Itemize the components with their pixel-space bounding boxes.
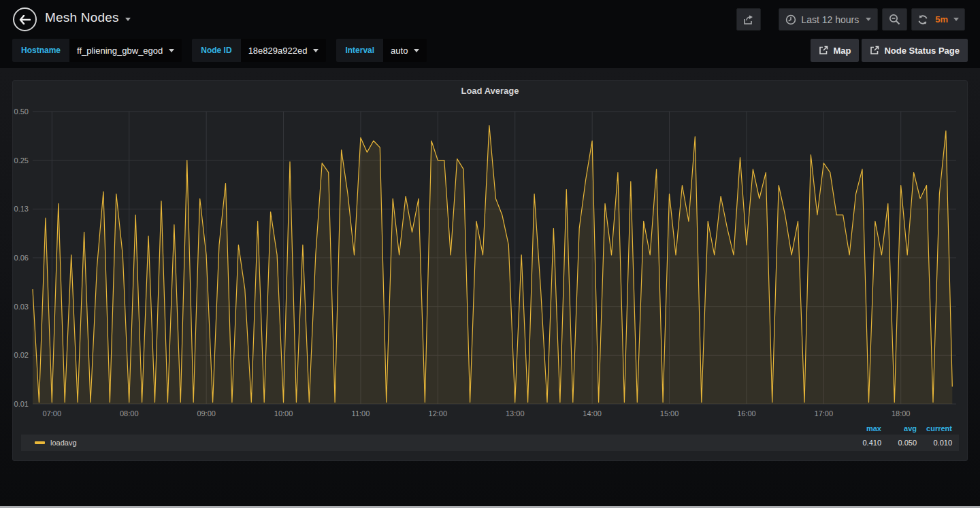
y-tick-label: 0.01 xyxy=(14,400,29,408)
x-tick-label: 11:00 xyxy=(352,409,370,418)
x-tick-label: 17:00 xyxy=(815,409,834,418)
chevron-down-icon xyxy=(953,18,959,21)
node-status-link-button[interactable]: Node Status Page xyxy=(862,39,968,62)
interval-label: Interval xyxy=(336,39,383,62)
time-range-label: Last 12 hours xyxy=(801,14,859,25)
zoom-out-button[interactable] xyxy=(882,8,907,31)
legend-header-avg: avg xyxy=(881,424,917,433)
legend-value-current: 0.010 xyxy=(917,439,952,447)
loadavg-chart[interactable]: 07:0008:0009:0010:0011:0012:0013:0014:00… xyxy=(13,101,967,421)
time-range-picker[interactable]: Last 12 hours xyxy=(779,8,878,31)
external-link-icon xyxy=(870,46,879,55)
chevron-down-icon xyxy=(866,18,871,21)
x-tick-label: 14:00 xyxy=(583,409,602,418)
back-button[interactable] xyxy=(13,7,37,31)
chevron-down-icon xyxy=(313,49,318,52)
chart-legend: max avg current loadavg 0.410 0.050 0.01… xyxy=(21,422,959,451)
dashboard-title: Mesh Nodes xyxy=(45,10,119,25)
legend-header-max: max xyxy=(846,424,881,433)
x-tick-label: 09:00 xyxy=(197,409,216,418)
zoom-out-icon xyxy=(889,14,900,25)
y-tick-label: 0.03 xyxy=(14,303,29,311)
chevron-down-icon xyxy=(125,18,131,21)
hostname-value: ff_pliening_gbw_egod xyxy=(77,46,163,56)
legend-header-current: current xyxy=(917,424,952,433)
map-link-button[interactable]: Map xyxy=(811,39,859,62)
submenu-bar: Hostname ff_pliening_gbw_egod Node ID 18… xyxy=(0,35,980,68)
legend-series-loadavg[interactable]: loadavg xyxy=(35,439,77,447)
refresh-interval-dropdown[interactable]: 5m xyxy=(934,9,964,30)
dashboard-links: Map Node Status Page xyxy=(811,39,968,62)
y-tick-label: 0.02 xyxy=(14,351,29,359)
legend-stat-values: 0.410 0.050 0.010 xyxy=(846,439,952,447)
map-link-label: Map xyxy=(833,46,851,56)
node-id-label: Node ID xyxy=(192,39,240,62)
x-tick-label: 08:00 xyxy=(120,409,139,418)
series-name: loadavg xyxy=(50,439,77,447)
refresh-control: 5m xyxy=(911,8,965,31)
arrow-left-icon xyxy=(19,15,31,24)
x-tick-label: 18:00 xyxy=(892,409,911,418)
legend-series-row: loadavg 0.410 0.050 0.010 xyxy=(21,435,959,451)
interval-select[interactable]: auto xyxy=(383,39,427,62)
chevron-down-icon xyxy=(414,49,419,52)
hostname-chip: Hostname ff_pliening_gbw_egod xyxy=(12,39,182,62)
share-icon xyxy=(743,14,754,25)
top-navigation-bar: Mesh Nodes Last 12 hours xyxy=(0,0,980,35)
refresh-icon xyxy=(917,14,928,25)
series-color-dash-icon xyxy=(35,441,45,444)
hostname-label: Hostname xyxy=(12,39,69,62)
external-link-icon xyxy=(819,46,828,55)
legend-value-avg: 0.050 xyxy=(881,439,917,447)
clock-icon xyxy=(785,14,796,25)
y-tick-label: 0.50 xyxy=(14,107,29,116)
dashboard-title-dropdown[interactable]: Mesh Nodes xyxy=(45,0,131,35)
legend-value-max: 0.410 xyxy=(846,439,881,447)
interval-chip: Interval auto xyxy=(336,39,427,62)
chevron-down-icon xyxy=(169,49,174,52)
node-id-value: 18e829a922ed xyxy=(248,46,308,56)
share-button[interactable] xyxy=(736,8,761,31)
y-tick-label: 0.06 xyxy=(14,254,29,262)
refresh-interval-value: 5m xyxy=(935,14,948,24)
y-tick-label: 0.25 xyxy=(14,156,29,165)
legend-stat-headers: max avg current xyxy=(21,422,959,435)
x-tick-label: 15:00 xyxy=(660,409,679,418)
panel-title[interactable]: Load Average xyxy=(13,86,967,96)
load-average-panel: Load Average 07:0008:0009:0010:0011:0012… xyxy=(12,80,968,461)
y-tick-label: 0.13 xyxy=(14,205,29,213)
x-tick-label: 10:00 xyxy=(274,409,293,418)
top-nav-controls: Last 12 hours 5m xyxy=(736,8,965,31)
node-id-chip: Node ID 18e829a922ed xyxy=(192,39,326,62)
series-fill xyxy=(33,126,952,405)
x-tick-label: 13:00 xyxy=(506,409,525,418)
x-tick-label: 16:00 xyxy=(737,409,756,418)
node-status-link-label: Node Status Page xyxy=(884,46,960,56)
template-variable-chips: Hostname ff_pliening_gbw_egod Node ID 18… xyxy=(12,39,427,62)
hostname-select[interactable]: ff_pliening_gbw_egod xyxy=(69,39,182,62)
refresh-button[interactable] xyxy=(912,9,934,30)
interval-value: auto xyxy=(391,46,408,56)
x-tick-label: 12:00 xyxy=(429,409,448,418)
dashboard-area: Load Average 07:0008:0009:0010:0011:0012… xyxy=(0,68,980,507)
x-tick-label: 07:00 xyxy=(43,409,62,418)
node-id-select[interactable]: 18e829a922ed xyxy=(241,39,327,62)
